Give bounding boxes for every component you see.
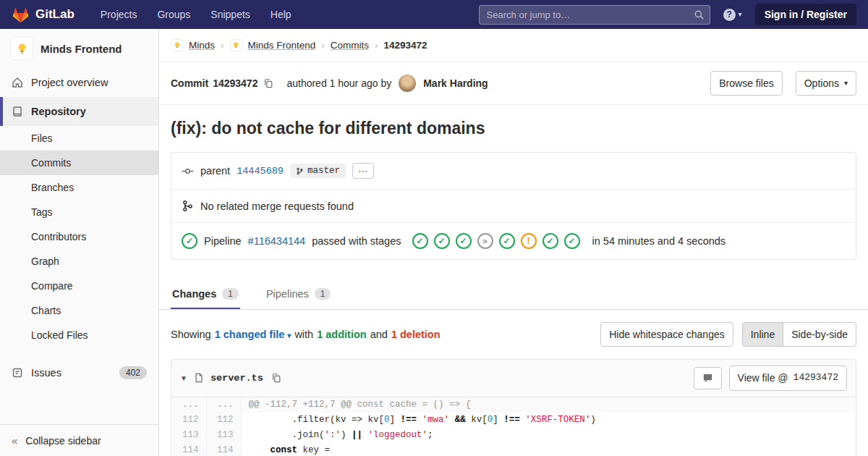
nav-link-help[interactable]: Help	[271, 9, 292, 20]
tab-changes[interactable]: Changes 1	[171, 279, 240, 309]
pipeline-id-link[interactable]: #116434144	[248, 235, 306, 247]
author-name-link[interactable]: Mark Harding	[423, 77, 488, 89]
nav-link-snippets[interactable]: Snippets	[210, 9, 250, 20]
diff-hunk-row: ......@@ -112,7 +112,7 @@ const cache = …	[171, 397, 856, 413]
sidebar-item-label: Repository	[31, 106, 86, 117]
collapse-sidebar-button[interactable]: « Collapse sidebar	[0, 424, 158, 456]
gitlab-home-link[interactable]: GitLab	[12, 6, 75, 23]
project-header-link[interactable]: Minds Frontend	[0, 29, 158, 68]
breadcrumb-separator: ›	[221, 40, 224, 51]
diff-view-controls: Hide whitespace changes Inline Side-by-s…	[600, 322, 856, 347]
diff-row: 113113 .join(':') || 'loggedout';	[171, 428, 856, 443]
diff-old-line-number[interactable]: 114	[171, 443, 206, 456]
branch-tag[interactable]: master	[290, 164, 346, 178]
lightbulb-icon	[173, 41, 182, 50]
stage-icon-skipped[interactable]: »	[477, 233, 493, 249]
and-text: and	[370, 329, 388, 340]
diff-table: ......@@ -112,7 +112,7 @@ const cache = …	[171, 397, 856, 456]
stage-icon-success[interactable]: ✓	[542, 233, 558, 249]
stage-icon-success[interactable]: ✓	[456, 233, 472, 249]
options-dropdown-button[interactable]: Options ▾	[796, 71, 856, 96]
diff-code-line: @@ -112,7 +112,7 @@ const cache = () => …	[241, 397, 856, 413]
diff-new-line-number[interactable]: 113	[206, 428, 241, 443]
nav-link-projects[interactable]: Projects	[101, 9, 137, 20]
side-by-side-view-button[interactable]: Side-by-side	[783, 322, 856, 347]
stage-icon-warning[interactable]: !	[521, 233, 537, 249]
file-name: server.ts	[210, 373, 263, 384]
pipeline-status-icon[interactable]: ✓	[182, 233, 197, 249]
chevron-down-icon: ▾	[844, 80, 848, 87]
pipeline-label: Pipeline	[204, 235, 242, 247]
commit-tabs: Changes 1 Pipelines 1	[159, 279, 868, 310]
sidebar-item-tags[interactable]: Tags	[0, 200, 158, 224]
diff-old-line-number[interactable]: 112	[171, 413, 206, 428]
stage-icon-success[interactable]: ✓	[564, 233, 580, 249]
changed-files-dropdown[interactable]: 1 changed file ▾	[215, 329, 292, 340]
diff-row: 112112 .filter(kv => kv[0] !== 'mwa' && …	[171, 413, 856, 428]
stage-icon-success[interactable]: ✓	[434, 233, 450, 249]
hide-whitespace-button[interactable]: Hide whitespace changes	[600, 322, 733, 347]
tab-changes-label: Changes	[172, 288, 216, 300]
expand-branches-button[interactable]: ⋯	[352, 163, 374, 179]
breadcrumb-commits-link[interactable]: Commits	[331, 40, 369, 51]
diff-old-line-number[interactable]: ...	[171, 397, 206, 413]
sidebar-item-issues[interactable]: Issues 402	[0, 358, 158, 388]
diff-row: 114114 const key =	[171, 443, 856, 456]
inline-view-button[interactable]: Inline	[742, 322, 783, 347]
parent-sha-link[interactable]: 14445689	[237, 166, 284, 177]
repository-icon	[12, 106, 23, 117]
tab-pipelines[interactable]: Pipelines 1	[265, 279, 333, 309]
author-avatar	[399, 75, 416, 92]
sidebar-item-files[interactable]: Files	[0, 126, 158, 151]
browse-files-button[interactable]: Browse files	[710, 71, 782, 96]
commit-title: (fix): do not cache for different domain…	[159, 105, 868, 149]
diff-file-header: ▼ server.ts View file @ 14293472	[171, 360, 856, 397]
search-input[interactable]	[479, 5, 710, 25]
help-icon: ?	[723, 9, 736, 21]
pipelines-count-badge: 1	[315, 288, 331, 300]
sidebar-item-branches[interactable]: Branches	[0, 175, 158, 200]
top-navbar: GitLab ProjectsGroupsSnippetsHelp ? ▾ Si…	[0, 0, 868, 29]
sidebar-item-compare[interactable]: Compare	[0, 274, 158, 298]
changes-count-badge: 1	[222, 288, 239, 300]
commit-label: Commit	[171, 77, 208, 89]
file-collapse-caret-icon[interactable]: ▼	[180, 374, 187, 382]
toggle-comments-button[interactable]	[694, 367, 722, 389]
branch-name: master	[307, 166, 340, 176]
commit-info-box: parent 14445689 master ⋯ No related merg…	[171, 152, 856, 260]
parent-label: parent	[200, 165, 230, 177]
help-menu[interactable]: ? ▾	[723, 9, 742, 21]
sidebar-item-repository[interactable]: Repository	[0, 97, 158, 126]
commit-meta-bar: Commit 14293472 authored 1 hour ago by M…	[159, 62, 868, 105]
nav-link-groups[interactable]: Groups	[157, 9, 190, 20]
breadcrumb-project-link[interactable]: Minds Frontend	[248, 40, 316, 51]
view-file-button[interactable]: View file @ 14293472	[729, 366, 847, 390]
related-mr-row: No related merge requests found	[171, 190, 856, 223]
tab-pipelines-label: Pipelines	[266, 288, 309, 300]
sidebar-item-contributors[interactable]: Contributors	[0, 224, 158, 249]
view-file-label: View file @	[738, 371, 788, 384]
pipeline-duration: in 54 minutes and 4 seconds	[592, 235, 726, 247]
sidebar-item-charts[interactable]: Charts	[0, 298, 158, 323]
diff-new-line-number[interactable]: ...	[206, 397, 241, 413]
sidebar-item-locked-files[interactable]: Locked Files	[0, 323, 158, 347]
copy-sha-button[interactable]	[262, 77, 275, 90]
stage-icon-success[interactable]: ✓	[499, 233, 515, 249]
sidebar-item-project-overview[interactable]: Project overview	[0, 68, 158, 97]
sidebar-item-graph[interactable]: Graph	[0, 249, 158, 274]
sidebar-nav: Project overview Repository FilesCommits…	[0, 68, 158, 424]
diff-new-line-number[interactable]: 112	[206, 413, 241, 428]
breadcrumb-group-link[interactable]: Minds	[189, 40, 215, 51]
repo-subitems: FilesCommitsBranchesTagsContributorsGrap…	[0, 126, 158, 347]
authored-text: authored 1 hour ago by	[286, 77, 391, 89]
sidebar-item-commits[interactable]: Commits	[0, 151, 158, 175]
stage-icon-success[interactable]: ✓	[412, 233, 428, 249]
issues-count-badge: 402	[119, 366, 147, 379]
chevrons-left-icon: «	[12, 434, 17, 447]
copy-file-path-button[interactable]	[270, 371, 283, 384]
pipeline-row: ✓ Pipeline #116434144 passed with stages…	[171, 223, 856, 259]
collapse-sidebar-label: Collapse sidebar	[25, 435, 101, 447]
diff-old-line-number[interactable]: 113	[171, 428, 206, 443]
diff-new-line-number[interactable]: 114	[206, 443, 241, 456]
sign-in-button[interactable]: Sign in / Register	[755, 4, 856, 25]
